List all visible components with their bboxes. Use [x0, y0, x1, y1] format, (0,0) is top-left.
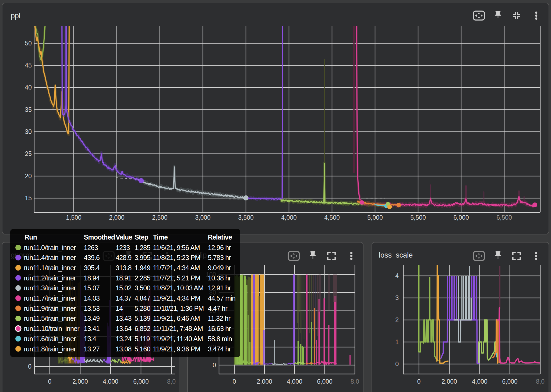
svg-text:8,0: 8,0	[351, 378, 359, 385]
svg-text:45: 45	[25, 62, 32, 69]
svg-text:2,500: 2,500	[152, 214, 168, 221]
svg-text:13.43: 13.43	[116, 315, 132, 322]
svg-text:13.64: 13.64	[116, 325, 132, 332]
svg-text:1,285: 1,285	[135, 244, 150, 251]
svg-text:run11.4/train_inner: run11.4/train_inner	[24, 254, 76, 261]
svg-text:40: 40	[25, 84, 32, 91]
svg-text:6,852: 6,852	[135, 325, 150, 332]
svg-text:16.63 hr: 16.63 hr	[208, 325, 231, 332]
svg-text:1263: 1263	[84, 244, 98, 251]
svg-text:6,500: 6,500	[496, 214, 512, 221]
svg-text:14.03: 14.03	[84, 294, 100, 302]
svg-text:11/7/21, 4:34 AM: 11/7/21, 4:34 AM	[153, 264, 200, 272]
svg-text:313.8: 313.8	[116, 264, 132, 272]
svg-text:11/8/21, 10:03 AM: 11/8/21, 10:03 AM	[153, 284, 203, 292]
svg-text:3,500: 3,500	[135, 284, 150, 292]
svg-text:25: 25	[25, 150, 32, 157]
svg-text:14.37: 14.37	[116, 294, 132, 302]
svg-text:run11.9/train_inner: run11.9/train_inner	[24, 305, 76, 312]
svg-text:4,000: 4,000	[103, 378, 118, 385]
svg-text:11/10/21, 1:36 PM: 11/10/21, 1:36 PM	[153, 305, 204, 312]
svg-text:0: 0	[213, 362, 216, 369]
svg-text:11/9/21, 11:40 AM: 11/9/21, 11:40 AM	[153, 335, 203, 343]
svg-text:11.32 hr: 11.32 hr	[208, 315, 231, 322]
svg-text:run11.0/train_inner: run11.0/train_inner	[24, 244, 76, 251]
svg-text:0: 0	[395, 361, 399, 368]
svg-text:13.24: 13.24	[116, 335, 132, 343]
svg-text:5,280: 5,280	[135, 305, 150, 312]
svg-text:0: 0	[28, 363, 31, 370]
svg-text:run11.1/train_inner: run11.1/train_inner	[24, 264, 76, 272]
svg-text:5,139: 5,139	[135, 315, 150, 322]
svg-text:9.049 hr: 9.049 hr	[208, 264, 231, 272]
svg-text:4: 4	[395, 272, 399, 279]
svg-text:13.4: 13.4	[84, 335, 96, 343]
svg-text:2,000: 2,000	[72, 378, 88, 385]
svg-text:2,000: 2,000	[109, 214, 125, 221]
svg-text:4,000: 4,000	[281, 214, 297, 221]
svg-text:12.91 hr: 12.91 hr	[208, 284, 231, 292]
svg-text:6,000: 6,000	[133, 378, 149, 385]
svg-text:11/9/21, 6:46 AM: 11/9/21, 6:46 AM	[153, 315, 200, 322]
svg-text:4,000: 4,000	[472, 378, 488, 385]
svg-text:run11.8/train_inner: run11.8/train_inner	[24, 345, 76, 353]
svg-text:0: 0	[48, 378, 52, 385]
svg-text:5,119: 5,119	[135, 335, 150, 343]
svg-text:loss_scale: loss_scale	[379, 251, 413, 259]
svg-text:1,949: 1,949	[135, 264, 150, 272]
svg-text:14: 14	[116, 305, 123, 312]
svg-text:11/9/21, 4:34 PM: 11/9/21, 4:34 PM	[153, 294, 200, 302]
svg-text:3,995: 3,995	[135, 254, 150, 261]
svg-text:Run: Run	[24, 233, 37, 241]
svg-text:50: 50	[25, 40, 32, 47]
svg-text:439.6: 439.6	[84, 254, 100, 261]
svg-text:11/9/21, 9:36 PM: 11/9/21, 9:36 PM	[153, 345, 200, 353]
svg-text:4.47 hr: 4.47 hr	[208, 305, 228, 312]
svg-text:11/8/21, 5:23 PM: 11/8/21, 5:23 PM	[153, 254, 200, 261]
svg-text:18.94: 18.94	[84, 274, 100, 282]
svg-text:Value: Value	[116, 233, 132, 241]
svg-text:5,000: 5,000	[367, 214, 383, 221]
svg-text:run11.7/train_inner: run11.7/train_inner	[24, 294, 76, 302]
svg-text:15.02: 15.02	[116, 284, 132, 292]
svg-text:3.474 hr: 3.474 hr	[208, 345, 231, 353]
svg-text:30: 30	[25, 128, 32, 135]
svg-text:35: 35	[25, 106, 32, 113]
svg-text:8,0: 8,0	[167, 378, 176, 385]
svg-text:20: 20	[25, 173, 32, 180]
svg-text:3,000: 3,000	[195, 214, 211, 221]
svg-text:0: 0	[233, 378, 236, 385]
svg-text:305.4: 305.4	[84, 264, 100, 272]
svg-text:run11.6/train_inner: run11.6/train_inner	[24, 335, 76, 343]
svg-text:3: 3	[395, 294, 399, 301]
svg-text:2,000: 2,000	[257, 378, 272, 385]
svg-text:2,285: 2,285	[135, 274, 150, 282]
svg-text:13.49: 13.49	[84, 315, 100, 322]
svg-text:12.96 hr: 12.96 hr	[208, 244, 231, 251]
svg-text:Relative: Relative	[208, 233, 232, 241]
svg-text:5,500: 5,500	[410, 214, 426, 221]
svg-text:13.53: 13.53	[84, 305, 100, 312]
svg-text:1: 1	[395, 338, 399, 345]
svg-text:11/6/21, 9:56 AM: 11/6/21, 9:56 AM	[153, 244, 200, 251]
svg-text:6,000: 6,000	[453, 214, 469, 221]
svg-text:8,0: 8,0	[536, 378, 545, 385]
svg-text:6,000: 6,000	[502, 378, 518, 385]
svg-text:2: 2	[395, 316, 399, 323]
svg-text:13.41: 13.41	[84, 325, 100, 332]
svg-text:0: 0	[417, 378, 421, 385]
svg-text:Step: Step	[135, 233, 149, 241]
svg-text:58.8 min: 58.8 min	[208, 335, 232, 343]
svg-text:5,160: 5,160	[135, 345, 150, 353]
svg-text:run11.5/train_inner: run11.5/train_inner	[24, 315, 76, 322]
svg-text:1233: 1233	[116, 244, 130, 251]
svg-text:6,000: 6,000	[317, 378, 333, 385]
svg-text:4,500: 4,500	[324, 214, 340, 221]
svg-text:15: 15	[25, 195, 32, 202]
svg-text:ppl: ppl	[11, 12, 20, 20]
svg-text:10.38 hr: 10.38 hr	[208, 274, 231, 282]
svg-text:44.57 min: 44.57 min	[208, 294, 236, 302]
svg-text:Smoothed: Smoothed	[84, 233, 115, 241]
svg-text:11/7/21, 5:21 PM: 11/7/21, 5:21 PM	[153, 274, 200, 282]
svg-text:18.91: 18.91	[116, 274, 132, 282]
